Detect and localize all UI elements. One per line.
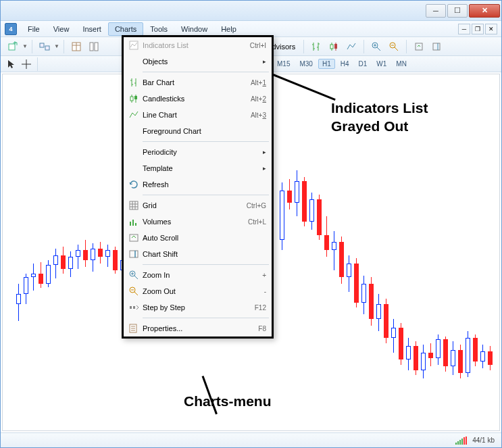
menu-item-label: Line Chart [143,111,251,119]
menu-item-shortcut: + [262,272,266,279]
statusbar: 44/1 kb [1,432,501,447]
cursor-icon [6,59,17,70]
menu-item-label: Properties... [143,324,258,332]
cursor-tool[interactable] [5,57,18,71]
tf-w1[interactable]: W1 [372,59,391,69]
zoom-out-icon [388,41,399,52]
menu-item-label: Step by Step [143,303,255,312]
zoomout-icon [125,286,143,297]
candlesticks-icon [125,93,143,104]
menu-item-grid[interactable]: GridCtrl+G [124,197,272,214]
svg-rect-0 [9,44,15,50]
menu-item-line-chart[interactable]: Line ChartAlt+3 [124,107,272,123]
menu-item-zoom-in[interactable]: Zoom In+ [124,267,272,283]
menu-insert[interactable]: Insert [76,22,108,36]
menu-item-shortcut: Alt+2 [251,95,266,103]
candlestick-button[interactable] [326,39,342,54]
menu-item-bar-chart[interactable]: Bar ChartAlt+1 [124,74,272,91]
barchart-icon [125,77,143,88]
menu-view[interactable]: View [47,22,76,36]
menu-item-label: Chart Shift [143,250,266,258]
close-button[interactable]: ✕ [469,4,500,18]
minimize-button[interactable]: ─ [426,4,446,18]
new-chart-icon [7,41,18,52]
zoom-in-button[interactable] [368,39,384,54]
traffic-label: 44/1 kb [472,437,495,444]
chartshift-icon [125,249,143,259]
menu-item-shortcut: - [264,288,266,295]
menu-item-step-by-step[interactable]: Step by StepF12 [124,299,272,316]
svg-rect-17 [330,45,333,49]
menu-item-periodicity[interactable]: Periodicity▸ [124,144,272,160]
menu-item-label: Auto Scroll [143,234,266,242]
navigator-button[interactable] [86,39,102,54]
crosshair-tool[interactable] [20,57,33,71]
app-icon: 4 [5,23,17,35]
menu-item-template[interactable]: Template▸ [124,160,272,176]
refresh-icon [125,179,143,190]
menu-item-auto-scroll[interactable]: Auto Scroll [124,230,272,246]
line-chart-icon [346,41,357,52]
bar-chart-button[interactable] [308,39,324,54]
step-icon [125,302,143,313]
tf-m15[interactable]: M15 [273,59,294,69]
line-chart-button[interactable] [343,39,359,54]
menu-item-shortcut: Alt+1 [251,79,266,86]
menu-item-properties-[interactable]: Properties...F8 [124,320,272,337]
profiles-icon [39,41,50,52]
menu-file[interactable]: File [21,22,47,36]
menu-item-foreground-chart[interactable]: Foreground Chart [124,123,272,139]
menu-item-label: Candlesticks [143,95,251,103]
menu-item-label: Periodicity [143,148,263,156]
menu-item-candlesticks[interactable]: CandlesticksAlt+2 [124,91,272,107]
menu-item-refresh[interactable]: Refresh [124,176,272,193]
tf-h4[interactable]: H4 [336,59,353,69]
mdi-minimize-button[interactable]: ─ [458,24,470,34]
candlestick-icon [328,41,339,52]
menu-tools[interactable]: Tools [143,22,174,36]
svg-line-25 [395,47,398,51]
tf-m30[interactable]: M30 [295,59,316,69]
auto-scroll-button[interactable] [411,39,427,54]
tf-d1[interactable]: D1 [355,59,372,69]
tf-mn[interactable]: MN [392,59,411,69]
menu-item-volumes[interactable]: VolumesCtrl+L [124,214,272,230]
menu-item-label: Indicators List [143,41,250,49]
annotation-indicators: Indicators List Grayed Out [331,99,428,136]
menu-item-shortcut: Ctrl+L [248,218,266,226]
menu-item-shortcut: Ctrl+I [250,42,266,49]
maximize-button[interactable]: ☐ [447,4,468,18]
tf-h1[interactable]: H1 [318,59,335,69]
menu-window[interactable]: Window [174,22,214,36]
svg-rect-51 [130,251,138,257]
chart-shift-icon [431,41,442,52]
menu-item-label: Foreground Chart [143,127,266,135]
menu-item-label: Zoom In [143,271,262,279]
mdi-close-button[interactable]: ✕ [485,24,497,34]
submenu-arrow-icon: ▸ [263,149,266,155]
mdi-restore-button[interactable]: ❐ [472,24,484,34]
menu-help[interactable]: Help [214,22,243,36]
menu-item-label: Grid [143,201,247,209]
submenu-arrow-icon: ▸ [263,165,266,172]
zoom-out-button[interactable] [386,39,402,54]
menu-item-label: Template [143,164,263,172]
new-chart-button[interactable] [5,39,21,54]
profiles-button[interactable] [36,39,53,54]
menu-charts[interactable]: Charts [108,22,143,36]
svg-rect-27 [416,43,422,50]
menu-item-shortcut: Ctrl+G [247,202,266,209]
menu-item-objects[interactable]: Objects▸ [124,53,272,70]
svg-rect-60 [130,306,132,309]
zoomin-icon [125,270,143,280]
menu-item-zoom-out[interactable]: Zoom Out- [124,283,272,299]
svg-rect-42 [130,201,138,209]
linechart-icon [125,109,143,120]
chart-shift-button[interactable] [428,39,445,54]
properties-icon [125,323,143,334]
menu-item-indicators-list: Indicators ListCtrl+I [124,37,272,53]
menu-item-chart-shift[interactable]: Chart Shift [124,246,272,262]
svg-rect-6 [90,43,93,51]
market-watch-button[interactable] [68,39,84,54]
menu-item-label: Zoom Out [143,287,264,295]
